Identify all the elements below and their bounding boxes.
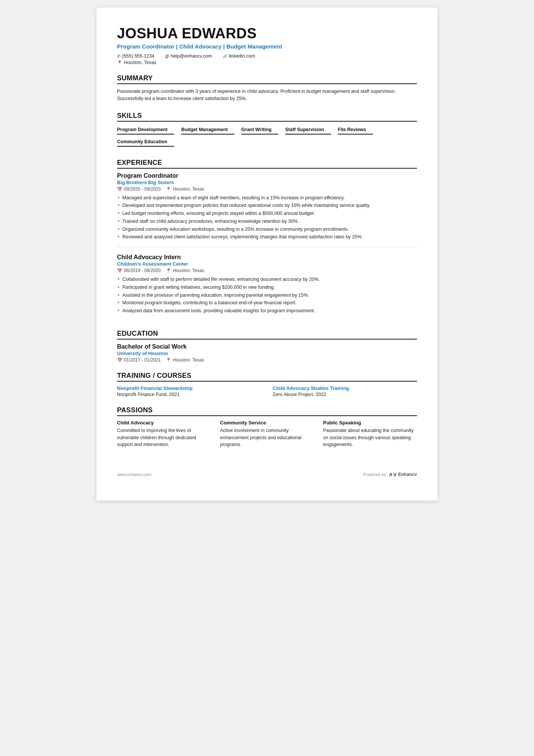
- email-contact: help@enhancv.com: [165, 53, 212, 59]
- contact-row: (555) 555-1234 help@enhancv.com linkedin…: [117, 53, 417, 59]
- location-row: Houston, Texas: [117, 60, 417, 65]
- location-text: Houston, Texas: [124, 60, 156, 65]
- passion-title-2: Community Service: [220, 420, 314, 426]
- bullet-item: Participated in grant writing initiative…: [117, 284, 417, 291]
- training-item-2: Child Advocacy Studies Training Zero Abu…: [273, 385, 417, 397]
- job-block-1: Program Coordinator Big Brothers Big Sis…: [117, 172, 417, 247]
- bullet-item: Collaborated with staff to perform detai…: [117, 276, 417, 283]
- passion-text-3: Passionate about educating the community…: [323, 427, 417, 448]
- edu-dates: 01/2017 - 01/2021: [117, 357, 161, 363]
- location-icon: [117, 60, 122, 65]
- enhancv-logo: ∧∨ Enhancv: [389, 471, 417, 478]
- bullet-item: Developed and implemented program polici…: [117, 202, 417, 209]
- header: JOSHUA EDWARDS Program Coordinator | Chi…: [117, 26, 417, 65]
- skill-item: Grant Writing: [241, 125, 278, 135]
- job-meta-1: 09/2020 - 09/2023 Houston, Texas: [117, 186, 417, 192]
- job-location-2: Houston, Texas: [166, 268, 204, 273]
- job-company-2: Children's Assessment Center: [117, 261, 417, 267]
- resume-page: JOSHUA EDWARDS Program Coordinator | Chi…: [97, 8, 437, 501]
- education-section: EDUCATION Bachelor of Social Work Univer…: [117, 330, 417, 363]
- job-company-1: Big Brothers Big Sisters: [117, 180, 417, 185]
- passions-grid: Child Advocacy Committed to improving th…: [117, 420, 417, 448]
- pin-icon: [166, 268, 171, 273]
- job-title-2: Child Advocacy Intern: [117, 254, 417, 261]
- page-footer: www.enhancv.com Powered by ∧∨ Enhancv: [117, 467, 417, 478]
- experience-heading: EXPERIENCE: [117, 159, 417, 169]
- passions-heading: PASSIONS: [117, 406, 417, 416]
- training-heading: TRAINING / COURSES: [117, 372, 417, 382]
- enhancv-logo-icon: ∧∨: [389, 471, 397, 478]
- skill-item: Program Development: [117, 125, 174, 135]
- passion-item-3: Public Speaking Passionate about educati…: [323, 420, 417, 448]
- training-title-1: Nonprofit Financial Stewardship: [117, 385, 261, 391]
- phone-icon: [117, 53, 120, 59]
- passions-section: PASSIONS Child Advocacy Committed to imp…: [117, 406, 417, 448]
- bullet-item: Analyzed data from assessment tools, pro…: [117, 307, 417, 315]
- passion-title-1: Child Advocacy: [117, 420, 211, 426]
- candidate-subtitle: Program Coordinator | Child Advocacy | B…: [117, 43, 417, 50]
- calendar-icon: [117, 186, 122, 192]
- phone-contact: (555) 555-1234: [117, 53, 154, 59]
- job-block-2: Child Advocacy Intern Children's Assessm…: [117, 254, 417, 321]
- job-bullets-1: Managed and supervised a team of eight s…: [117, 194, 417, 241]
- passion-item-1: Child Advocacy Committed to improving th…: [117, 420, 211, 448]
- footer-brand: Powered by ∧∨ Enhancv: [363, 471, 417, 478]
- skill-item: Staff Supervision: [285, 125, 331, 135]
- edu-meta: 01/2017 - 01/2021 Houston, Texas: [117, 357, 417, 363]
- bullet-item: Monitored program budgets, contributing …: [117, 299, 417, 307]
- pin-icon: [166, 357, 171, 363]
- training-section: TRAINING / COURSES Nonprofit Financial S…: [117, 372, 417, 397]
- brand-name: Enhancv: [398, 472, 417, 477]
- candidate-name: JOSHUA EDWARDS: [117, 26, 417, 42]
- linkedin-url: linkedin.com: [229, 53, 255, 59]
- skill-item: File Reviews: [338, 125, 373, 135]
- edu-institution: University of Houston: [117, 351, 417, 356]
- skill-item: Community Education: [117, 138, 174, 147]
- job-meta-2: 06/2019 - 08/2020 Houston, Texas: [117, 268, 417, 273]
- phone-number: (555) 555-1234: [122, 53, 154, 59]
- email-icon: [165, 53, 169, 59]
- bullet-item: Managed and supervised a team of eight s…: [117, 194, 417, 202]
- calendar-icon: [117, 268, 122, 273]
- training-sub-2: Zero Abuse Project, 2022: [273, 392, 417, 397]
- passion-title-3: Public Speaking: [323, 420, 417, 426]
- skills-section: SKILLS Program Development Budget Manage…: [117, 112, 417, 150]
- training-sub-1: Nonprofit Finance Fund, 2021: [117, 392, 261, 397]
- link-icon: [223, 53, 227, 59]
- passion-item-2: Community Service Active involvement in …: [220, 420, 314, 448]
- footer-website: www.enhancv.com: [117, 472, 151, 477]
- skills-grid: Program Development Budget Management Gr…: [117, 125, 417, 150]
- passion-text-1: Committed to improving the lives of vuln…: [117, 427, 211, 448]
- linkedin-contact: linkedin.com: [223, 53, 255, 59]
- education-heading: EDUCATION: [117, 330, 417, 340]
- experience-section: EXPERIENCE Program Coordinator Big Broth…: [117, 159, 417, 321]
- powered-by-label: Powered by: [363, 472, 386, 477]
- skills-heading: SKILLS: [117, 112, 417, 122]
- degree-title: Bachelor of Social Work: [117, 343, 417, 350]
- training-title-2: Child Advocacy Studies Training: [273, 385, 417, 391]
- bullet-item: Reviewed and analyzed client satisfactio…: [117, 233, 417, 241]
- edu-location: Houston, Texas: [166, 357, 204, 363]
- skill-item: Budget Management: [181, 125, 234, 135]
- job-location-1: Houston, Texas: [166, 186, 204, 192]
- training-item-1: Nonprofit Financial Stewardship Nonprofi…: [117, 385, 261, 397]
- job-dates-1: 09/2020 - 09/2023: [117, 186, 161, 192]
- email-address: help@enhancv.com: [170, 53, 212, 59]
- job-title-1: Program Coordinator: [117, 172, 417, 179]
- bullet-item: Assisted in the provision of parenting e…: [117, 292, 417, 299]
- bullet-item: Led budget monitoring efforts, ensuring …: [117, 210, 417, 217]
- summary-heading: SUMMARY: [117, 74, 417, 84]
- summary-section: SUMMARY Passionate program coordinator w…: [117, 74, 417, 103]
- calendar-icon: [117, 357, 122, 363]
- job-dates-2: 06/2019 - 08/2020: [117, 268, 161, 273]
- bullet-item: Trained staff on child advocacy procedur…: [117, 218, 417, 225]
- job-bullets-2: Collaborated with staff to perform detai…: [117, 276, 417, 315]
- summary-text: Passionate program coordinator with 3 ye…: [117, 88, 417, 103]
- pin-icon: [166, 186, 171, 192]
- passion-text-2: Active involvement in community enhancem…: [220, 427, 314, 448]
- training-grid: Nonprofit Financial Stewardship Nonprofi…: [117, 385, 417, 397]
- bullet-item: Organized community education workshops,…: [117, 226, 417, 233]
